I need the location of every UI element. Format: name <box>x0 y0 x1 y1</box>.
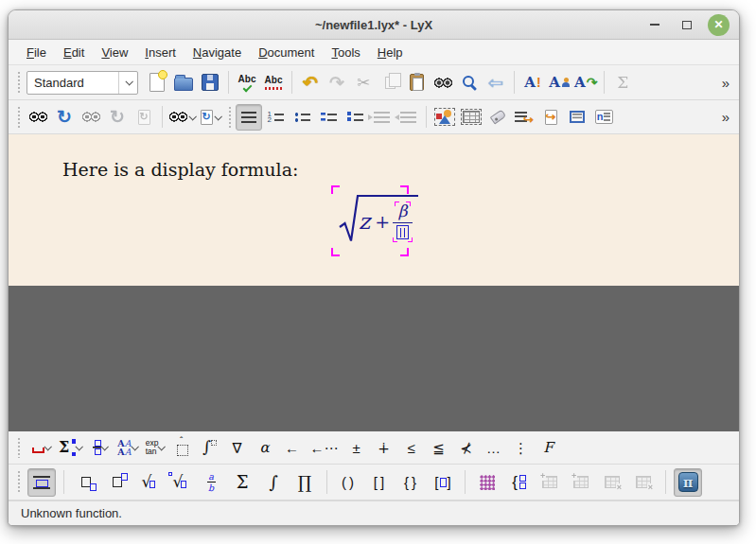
open-document-button[interactable] <box>170 69 197 96</box>
operators-panel-button[interactable]: ∇ <box>226 435 249 460</box>
update-master-button[interactable]: ↻ <box>104 104 131 131</box>
find-button[interactable] <box>430 69 456 96</box>
toggle-noun-button[interactable]: A <box>546 69 572 96</box>
description-list-button[interactable] <box>315 104 342 131</box>
menu-document[interactable]: Document <box>250 42 323 63</box>
toolbar-grip[interactable] <box>15 470 22 494</box>
insert-nomenclature-button[interactable]: n <box>590 104 617 131</box>
insert-cross-reference-button[interactable]: ↪ <box>511 104 537 131</box>
dots-panel-button[interactable]: … <box>483 435 505 460</box>
subscript-button[interactable] <box>72 468 100 497</box>
copy-button[interactable] <box>377 69 403 96</box>
ams-operators-panel-button[interactable]: ∔ <box>373 435 396 460</box>
greek-panel-button[interactable]: α <box>254 435 276 460</box>
insert-label-button[interactable] <box>484 104 511 131</box>
delete-row-button[interactable]: × <box>598 468 626 497</box>
arrows-panel-button[interactable]: ← <box>281 435 304 460</box>
continuous-spellcheck-button[interactable]: Abc <box>260 69 287 96</box>
math-variable-z[interactable]: z <box>359 211 370 233</box>
fractions-dropdown[interactable] <box>88 435 111 460</box>
minimize-button[interactable] <box>643 13 666 36</box>
insert-index-entry-button[interactable] <box>564 104 590 131</box>
math-fonts-dropdown[interactable]: AA AA <box>115 435 138 460</box>
undo-button[interactable]: ↶ <box>297 69 324 96</box>
update-pdf-button[interactable]: ↻ <box>51 104 78 131</box>
add-row-button[interactable]: + <box>536 468 564 497</box>
title-bar[interactable]: ~/newfile1.lyx* - LyX ✕ <box>9 10 739 40</box>
increase-depth-button[interactable] <box>368 104 395 131</box>
math-panel-toggle[interactable]: π <box>674 468 702 497</box>
insert-citation-button[interactable]: ↪ <box>537 104 564 131</box>
menu-help[interactable]: Help <box>369 42 412 63</box>
fraction-button[interactable]: a b <box>197 468 225 497</box>
layout-combo-dropdown[interactable] <box>118 72 137 94</box>
paragraph-text[interactable]: Here is a display formula: <box>62 159 298 180</box>
layout-combo[interactable]: Standard <box>26 71 138 95</box>
labeling-list-button[interactable] <box>342 104 368 131</box>
root-button[interactable]: √ <box>166 468 194 497</box>
cases-environment-button[interactable]: { <box>504 468 533 497</box>
sum-button[interactable]: Σ <box>228 468 256 497</box>
bullet-list-button[interactable] <box>289 104 315 131</box>
math-spacing-dropdown[interactable] <box>29 435 52 460</box>
numbered-list-button[interactable]: 1 2 <box>262 104 289 131</box>
frame-styles-panel-button[interactable]: F <box>537 435 560 460</box>
new-document-button[interactable] <box>144 69 170 96</box>
relations-panel-button[interactable]: ≤ <box>400 435 423 460</box>
display-formula-toggle[interactable] <box>27 468 56 497</box>
navigate-back-button[interactable]: ⇦ <box>483 69 509 96</box>
delimiters-button[interactable]: [ ] <box>429 468 457 497</box>
ams-arrows-panel-button[interactable]: ←⋯ <box>308 435 341 460</box>
spellcheck-button[interactable]: Abc <box>234 69 260 96</box>
toolbar-grip[interactable] <box>15 71 22 94</box>
insert-table-button[interactable] <box>458 104 484 131</box>
add-column-button[interactable]: + <box>567 468 595 497</box>
menu-insert[interactable]: Insert <box>136 42 185 63</box>
menu-tools[interactable]: Tools <box>323 42 368 63</box>
redo-button[interactable]: ↷ <box>324 69 350 96</box>
integral-button[interactable]: ∫ <box>259 468 288 497</box>
functions-dropdown[interactable]: exp tan <box>144 435 167 460</box>
document-area[interactable]: Here is a display formula: z + β <box>9 134 739 286</box>
binary-operators-panel-button[interactable]: ± <box>345 435 368 460</box>
update-other-formats-dropdown[interactable]: ↻ <box>197 104 223 131</box>
menu-file[interactable]: File <box>18 42 55 63</box>
ams-relations-panel-button[interactable]: ≦ <box>428 435 450 460</box>
toggle-emphasis-button[interactable]: A ! <box>519 69 546 96</box>
math-inset[interactable]: z + β <box>331 185 409 256</box>
menu-view[interactable]: View <box>93 42 136 63</box>
parentheses-button[interactable]: () <box>335 468 363 497</box>
apply-text-style-button[interactable]: A ↷ <box>572 69 599 96</box>
square-root-button[interactable]: √ <box>134 468 163 497</box>
toolbar-overflow-button[interactable]: » <box>716 109 735 125</box>
delete-column-button[interactable]: × <box>629 468 658 497</box>
paragraph-justified-button[interactable] <box>236 104 262 131</box>
toolbar-grip[interactable] <box>15 437 22 458</box>
close-button[interactable]: ✕ <box>708 14 730 36</box>
big-operators-dropdown[interactable]: Σ <box>57 435 83 460</box>
find-replace-button[interactable] <box>456 69 483 96</box>
menu-edit[interactable]: Edit <box>55 42 93 63</box>
insert-math-button[interactable]: Σ <box>609 69 636 96</box>
view-pdf-button[interactable] <box>25 104 51 131</box>
math-operator-plus[interactable]: + <box>375 213 390 231</box>
fraction-numerator[interactable]: β <box>395 202 412 220</box>
insert-matrix-button[interactable] <box>473 468 501 497</box>
product-button[interactable]: ∏ <box>290 468 319 497</box>
paste-button[interactable] <box>403 69 430 96</box>
integral-limits-button[interactable]: ∫ <box>199 435 221 460</box>
view-master-button[interactable] <box>78 104 104 131</box>
math-fraction[interactable]: β <box>393 202 413 242</box>
toolbar-grip[interactable] <box>226 106 233 128</box>
decrease-depth-button[interactable] <box>395 104 421 131</box>
braces-button[interactable]: {} <box>397 468 426 497</box>
insert-graphics-button[interactable] <box>431 104 458 131</box>
fraction-denominator[interactable] <box>393 225 413 242</box>
accents-button[interactable]: ˆ <box>171 435 194 460</box>
ams-negative-relations-panel-button[interactable]: ⊀ <box>455 435 478 460</box>
view-other-button[interactable]: ↻ <box>131 104 157 131</box>
toolbar-grip[interactable] <box>15 106 22 128</box>
cut-button[interactable]: ✂ <box>350 69 377 96</box>
menu-navigate[interactable]: Navigate <box>185 42 250 63</box>
save-document-button[interactable] <box>197 69 223 96</box>
